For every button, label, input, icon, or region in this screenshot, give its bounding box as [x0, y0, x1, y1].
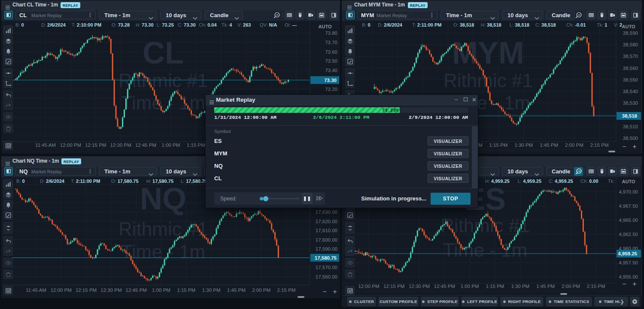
- svg-text:4,967.50: 4,967.50: [619, 203, 638, 209]
- svg-text:17,600.00: 17,600.00: [316, 237, 337, 242]
- svg-text:38,518: 38,518: [622, 113, 638, 118]
- svg-text:1:15 PM: 1:15 PM: [177, 288, 195, 293]
- svg-text:73.30: 73.30: [324, 78, 337, 83]
- svg-text:38,540: 38,540: [623, 89, 638, 94]
- svg-text:12:00 PM: 12:00 PM: [51, 288, 72, 293]
- svg-text:2:15 PM: 2:15 PM: [587, 284, 605, 289]
- svg-text:−: −: [322, 288, 326, 295]
- svg-text:73.20: 73.20: [325, 87, 337, 92]
- svg-text:CL: CL: [143, 36, 184, 70]
- svg-text:−: −: [622, 143, 626, 150]
- svg-text:1:15 PM: 1:15 PM: [489, 142, 508, 148]
- svg-text:2:15 PM: 2:15 PM: [590, 142, 609, 148]
- svg-text:17,580.75: 17,580.75: [315, 255, 337, 261]
- svg-text:73.50: 73.50: [325, 58, 337, 64]
- svg-text:MYM: MYM: [452, 36, 524, 70]
- svg-text:38,510: 38,510: [623, 124, 638, 129]
- svg-text:Rithmic #1: Rithmic #1: [118, 70, 208, 91]
- svg-text:38,570: 38,570: [623, 54, 638, 59]
- svg-text:17,610.00: 17,610.00: [316, 228, 337, 233]
- svg-text:38,560: 38,560: [623, 66, 638, 71]
- svg-text:17,620.00: 17,620.00: [316, 219, 337, 224]
- svg-text:1:00 PM: 1:00 PM: [461, 284, 479, 289]
- svg-text:NQ: NQ: [140, 182, 186, 216]
- svg-text:2:00 PM: 2:00 PM: [252, 288, 270, 293]
- svg-text:73.80: 73.80: [325, 30, 337, 36]
- svg-text:12:00 PM: 12:00 PM: [60, 142, 81, 148]
- svg-text:12:30 PM: 12:30 PM: [100, 288, 122, 293]
- svg-text:17,560.00: 17,560.00: [316, 274, 337, 279]
- svg-text:Time - 1m: Time - 1m: [443, 239, 527, 261]
- svg-text:+: +: [333, 288, 337, 295]
- svg-text:12:30 PM: 12:30 PM: [409, 284, 430, 289]
- svg-text:AUTO: AUTO: [319, 24, 332, 29]
- svg-text:1:15 PM: 1:15 PM: [187, 142, 205, 148]
- svg-text:12:45 PM: 12:45 PM: [135, 142, 156, 148]
- svg-text:12:15 PM: 12:15 PM: [383, 284, 404, 289]
- svg-text:12:45 PM: 12:45 PM: [434, 284, 455, 289]
- svg-text:12:45 PM: 12:45 PM: [126, 288, 147, 293]
- svg-text:11:45 AM: 11:45 AM: [26, 288, 46, 293]
- svg-text:38,590: 38,590: [623, 30, 638, 36]
- svg-text:+: +: [632, 280, 636, 288]
- svg-text:1:00 PM: 1:00 PM: [162, 142, 180, 148]
- svg-text:Time - 1m: Time - 1m: [121, 92, 205, 113]
- svg-text:38,580: 38,580: [623, 42, 638, 47]
- svg-text:1:45 PM: 1:45 PM: [536, 284, 555, 289]
- svg-text:Rithmic #1: Rithmic #1: [118, 218, 208, 239]
- svg-text:4,959.25: 4,959.25: [618, 251, 637, 256]
- svg-text:+: +: [632, 143, 636, 150]
- svg-text:4,962.50: 4,962.50: [619, 232, 638, 237]
- svg-text:12:15 PM: 12:15 PM: [76, 288, 97, 293]
- svg-text:11:45 AM: 11:45 AM: [35, 142, 56, 148]
- svg-text:38,530: 38,530: [623, 100, 638, 106]
- svg-text:2:00 PM: 2:00 PM: [562, 284, 580, 289]
- svg-text:4,970.00: 4,970.00: [619, 189, 638, 194]
- svg-text:2:15 PM: 2:15 PM: [277, 288, 296, 293]
- svg-text:17,590.00: 17,590.00: [316, 246, 337, 251]
- svg-text:12:30 PM: 12:30 PM: [110, 142, 131, 148]
- svg-text:73.70: 73.70: [325, 40, 337, 45]
- svg-text:1:00 PM: 1:00 PM: [152, 288, 170, 293]
- svg-text:4,965.00: 4,965.00: [619, 218, 638, 223]
- svg-text:12:15 PM: 12:15 PM: [85, 142, 106, 148]
- svg-text:38,550: 38,550: [623, 77, 638, 82]
- svg-text:1:45 PM: 1:45 PM: [227, 288, 246, 293]
- svg-text:73.40: 73.40: [325, 68, 337, 73]
- svg-text:2:00 PM: 2:00 PM: [565, 142, 583, 148]
- svg-text:17,630.00: 17,630.00: [316, 209, 337, 215]
- svg-text:1:45 PM: 1:45 PM: [540, 142, 558, 148]
- svg-text:4,957.50: 4,957.50: [619, 260, 638, 265]
- svg-text:1:30 PM: 1:30 PM: [514, 142, 533, 148]
- svg-text:12:00 PM: 12:00 PM: [358, 284, 379, 289]
- svg-text:Time - 1m: Time - 1m: [121, 241, 205, 262]
- svg-text:4,955.00: 4,955.00: [619, 274, 638, 279]
- svg-text:38,500: 38,500: [623, 136, 638, 141]
- svg-text:17,570.00: 17,570.00: [316, 265, 337, 270]
- svg-text:−: −: [622, 280, 626, 288]
- svg-text:1:30 PM: 1:30 PM: [511, 284, 529, 289]
- svg-text:1:30 PM: 1:30 PM: [202, 288, 221, 293]
- svg-text:73.60: 73.60: [325, 49, 337, 55]
- svg-text:1:15 PM: 1:15 PM: [486, 284, 504, 289]
